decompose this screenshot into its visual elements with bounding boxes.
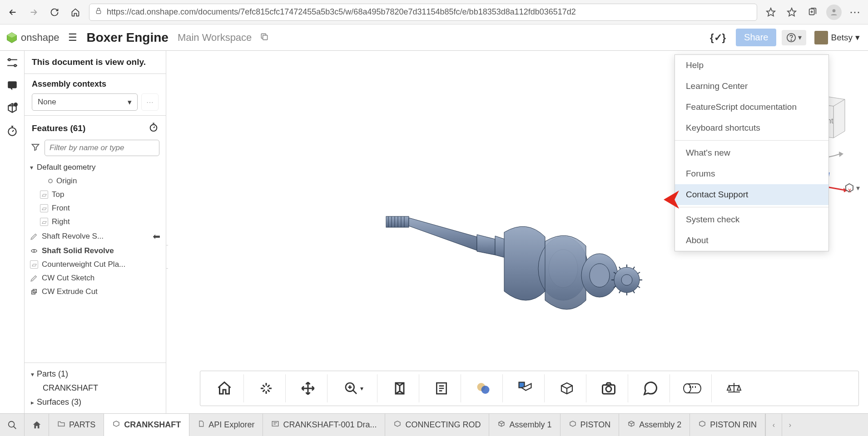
camera-button[interactable] xyxy=(589,374,628,402)
home-tab-button[interactable] xyxy=(25,414,49,436)
help-menu-system-check[interactable]: System check xyxy=(675,209,828,230)
share-button[interactable]: Share xyxy=(736,29,776,46)
search-tab-button[interactable] xyxy=(0,414,25,436)
favorites-icon[interactable] xyxy=(784,5,799,20)
parts-section: ▾ Parts (1) CRANKSHAFT ▸ Surfaces (3) xyxy=(25,363,166,413)
appearance-button[interactable] xyxy=(464,374,503,402)
surfaces-header[interactable]: ▸ Surfaces (3) xyxy=(31,396,159,409)
help-menu-help[interactable]: Help xyxy=(675,55,828,76)
tree-right-plane[interactable]: ▱ Right xyxy=(25,215,166,229)
parts-header[interactable]: ▾ Parts (1) xyxy=(31,367,159,381)
tree-shaft-revolve-sketch[interactable]: Shaft Revolve S... ➡ xyxy=(25,229,166,244)
notes-button[interactable] xyxy=(422,374,461,402)
tree-front-plane[interactable]: ▱ Front xyxy=(25,201,166,215)
user-menu[interactable]: Betsy ▾ xyxy=(812,31,863,44)
comments-icon[interactable] xyxy=(6,79,19,92)
svg-marker-2 xyxy=(788,8,796,15)
svg-marker-26 xyxy=(409,218,477,250)
document-title[interactable]: Boxer Engine xyxy=(86,30,168,45)
refresh-button[interactable] xyxy=(47,5,62,20)
menu-button[interactable]: ☰ xyxy=(64,32,81,44)
help-menu-about[interactable]: About xyxy=(675,230,828,251)
tab-assembly-2[interactable]: Assembly 2 xyxy=(619,414,690,436)
svg-line-36 xyxy=(633,267,635,269)
svg-marker-50 xyxy=(839,152,843,157)
assembly-context-more[interactable]: ⋯ xyxy=(141,93,159,111)
tree-shaft-solid-revolve[interactable]: Shaft Solid Revolve xyxy=(25,244,166,258)
tree-cw-cut-sketch[interactable]: CW Cut Sketch xyxy=(25,271,166,285)
tab-assembly-1[interactable]: Assembly 1 xyxy=(489,414,560,436)
tab-crankshaft[interactable]: CRANKSHAFT xyxy=(104,414,189,436)
help-menu-learning-center[interactable]: Learning Center xyxy=(675,76,828,97)
material-icon[interactable]: ? xyxy=(6,102,19,114)
part-studio-icon xyxy=(393,420,402,430)
graphics-options-button[interactable] xyxy=(506,374,545,402)
tab-label: Assembly 1 xyxy=(509,420,551,430)
lock-icon xyxy=(95,7,102,17)
crankshaft-model[interactable] xyxy=(382,210,672,337)
featurescript-button[interactable]: {✓} xyxy=(705,32,730,44)
tree-label: Counterweight Cut Pla... xyxy=(42,260,125,269)
tab-label: PARTS xyxy=(69,420,95,430)
url-bar[interactable]: https://cad.onshape.com/documents/7efc81… xyxy=(89,4,757,21)
workspace-name[interactable]: Main Workspace xyxy=(178,32,252,44)
feedback-button[interactable] xyxy=(631,374,670,402)
stopwatch-icon[interactable] xyxy=(6,124,19,137)
part-studio-icon xyxy=(698,420,706,430)
section-view-button[interactable] xyxy=(380,374,419,402)
rollback-icon[interactable] xyxy=(149,122,159,134)
extrude-icon xyxy=(30,288,38,296)
back-button[interactable] xyxy=(5,5,20,20)
zoom-button[interactable]: ▾ xyxy=(330,374,377,402)
tab-crankshaft-drawing[interactable]: CRANKSHAFT-001 Dra... xyxy=(263,414,385,436)
tree-top-plane[interactable]: ▱ Top xyxy=(25,188,166,201)
help-menu-keyboard-shortcuts[interactable]: Keyboard shortcuts xyxy=(675,118,828,138)
tabs-scroll-left[interactable]: ‹ xyxy=(765,414,782,436)
site-star-icon[interactable] xyxy=(764,5,778,20)
help-menu-contact-support[interactable]: Contact Support xyxy=(675,184,828,205)
help-menu-whats-new[interactable]: What's new xyxy=(675,142,828,163)
feature-filter-input[interactable] xyxy=(45,140,159,156)
part-studio-icon xyxy=(569,420,577,430)
filter-icon[interactable] xyxy=(31,142,40,154)
help-button[interactable]: ▾ xyxy=(782,30,806,45)
tree-origin[interactable]: Origin xyxy=(25,174,166,188)
part-item[interactable]: CRANKSHAFT xyxy=(31,381,159,396)
svg-line-40 xyxy=(633,291,635,293)
copy-icon[interactable] xyxy=(260,32,269,43)
assembly-contexts-label: Assembly contexts xyxy=(32,79,159,89)
home-button[interactable] xyxy=(68,5,83,20)
mass-properties-button[interactable] xyxy=(714,374,754,402)
assembly-icon xyxy=(497,420,506,430)
isometric-button[interactable] xyxy=(547,374,586,402)
view-cube-settings[interactable]: ▾ xyxy=(844,182,860,193)
onshape-logo[interactable]: onshape xyxy=(5,31,59,44)
more-icon[interactable]: ⋯ xyxy=(848,5,863,20)
pan-view-button[interactable] xyxy=(288,374,327,402)
help-menu-forums[interactable]: Forums xyxy=(675,163,828,184)
svg-point-9 xyxy=(791,39,792,40)
assembly-context-select[interactable]: None ▾ xyxy=(32,93,138,111)
svg-point-11 xyxy=(14,64,16,66)
profile-avatar[interactable] xyxy=(826,5,842,20)
tab-piston[interactable]: PISTON xyxy=(560,414,620,436)
home-view-button[interactable] xyxy=(205,374,244,402)
collections-icon[interactable] xyxy=(805,5,820,20)
rotate-view-button[interactable] xyxy=(247,374,286,402)
tree-default-geometry[interactable]: ▾ Default geometry xyxy=(25,161,166,174)
measure-button[interactable] xyxy=(673,374,712,402)
tab-parts-folder[interactable]: PARTS xyxy=(49,414,104,436)
forward-button[interactable] xyxy=(26,5,41,20)
feature-tree[interactable]: ▾ Default geometry Origin ▱ Top ▱ Front … xyxy=(25,161,166,363)
tree-cw-extrude-cut[interactable]: CW Extrude Cut xyxy=(25,285,166,299)
revolve-icon xyxy=(30,247,38,255)
tree-cw-cut-plane[interactable]: ▱ Counterweight Cut Pla... xyxy=(25,258,166,271)
tab-connecting-rod[interactable]: CONNECTING ROD xyxy=(385,414,489,436)
tab-label: CONNECTING ROD xyxy=(405,420,481,430)
tab-piston-ring[interactable]: PISTON RIN xyxy=(690,414,765,436)
tabs-scroll-right[interactable]: › xyxy=(782,414,798,436)
svg-point-60 xyxy=(481,386,489,394)
tab-api-explorer[interactable]: API Explorer xyxy=(189,414,263,436)
help-menu-featurescript-docs[interactable]: FeatureScript documentation xyxy=(675,97,828,118)
configure-icon[interactable] xyxy=(6,56,19,69)
